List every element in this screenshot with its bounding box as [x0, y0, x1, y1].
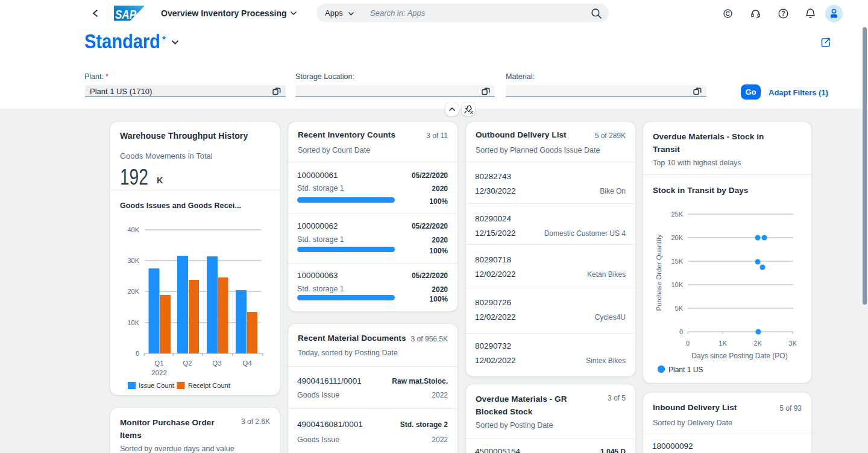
svg-text:0: 0	[136, 350, 139, 357]
svg-text:2022: 2022	[151, 369, 167, 376]
svg-text:30K: 30K	[127, 257, 139, 264]
svg-text:Q2: Q2	[183, 360, 192, 367]
svg-text:0: 0	[686, 340, 690, 347]
svg-text:10K: 10K	[127, 319, 139, 326]
svg-text:Days since Posting Date (PO): Days since Posting Date (PO)	[691, 352, 787, 360]
svg-text:Purchase Order Quantity: Purchase Order Quantity	[655, 234, 662, 311]
svg-text:10K: 10K	[671, 281, 683, 288]
svg-text:Q1: Q1	[154, 360, 163, 367]
svg-text:Plant 1 US: Plant 1 US	[668, 366, 703, 374]
svg-text:0: 0	[679, 328, 683, 335]
svg-text:Issue Count: Issue Count	[139, 382, 174, 389]
svg-text:5K: 5K	[675, 305, 684, 312]
svg-text:25K: 25K	[671, 211, 683, 218]
svg-text:3K: 3K	[788, 340, 797, 347]
svg-text:?: ?	[781, 10, 785, 17]
svg-text:2K: 2K	[753, 340, 762, 347]
svg-text:Q3: Q3	[212, 360, 221, 367]
svg-text:20K: 20K	[671, 234, 683, 241]
svg-text:1K: 1K	[719, 340, 727, 347]
svg-text:SAP: SAP	[115, 7, 137, 21]
svg-text:40K: 40K	[127, 226, 139, 233]
svg-text:Receipt Count: Receipt Count	[188, 382, 230, 389]
svg-text:20K: 20K	[127, 288, 139, 295]
svg-text:15K: 15K	[671, 258, 683, 265]
svg-text:Q4: Q4	[242, 360, 252, 367]
